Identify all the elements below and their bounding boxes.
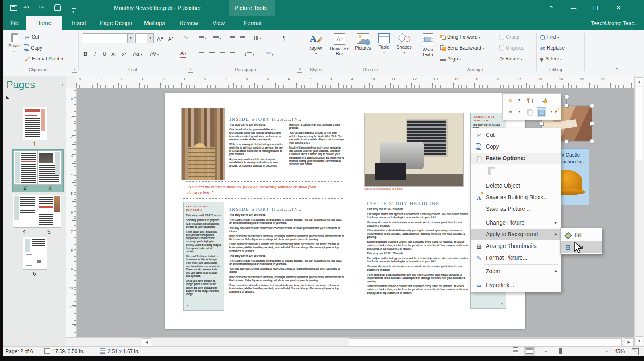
- story-c-headline[interactable]: INSIDE STORY HEADLINE: [367, 201, 440, 206]
- help-button[interactable]: ?: [544, 2, 558, 14]
- tab-review[interactable]: Review: [173, 16, 204, 30]
- align-button[interactable]: Align ▾: [440, 54, 461, 63]
- zoom-out-button[interactable]: −: [544, 347, 547, 356]
- tab-home[interactable]: Home: [26, 16, 62, 30]
- line-spacing-button[interactable]: ↕ ▾: [244, 50, 254, 58]
- bold-button[interactable]: B: [82, 50, 89, 58]
- object-position[interactable]: 17.69, 0.50 in.: [44, 347, 84, 356]
- context-menu-item-arrange-thumbnails[interactable]: ⊞Arrange Thumbnails: [471, 240, 561, 252]
- books-photo[interactable]: [181, 108, 225, 180]
- submenu-item-fill[interactable]: Fill: [561, 229, 602, 241]
- format-painter-brush[interactable]: 🖌: [553, 106, 561, 115]
- vertical-scrollbar[interactable]: ▲ ▼: [634, 76, 644, 346]
- tab-mailings[interactable]: Mailings: [138, 16, 171, 30]
- align-center-button[interactable]: [209, 50, 215, 58]
- single-page-view-button[interactable]: [510, 347, 521, 355]
- zoom-slider-thumb[interactable]: [559, 348, 562, 354]
- paragraph-shading-button[interactable]: ▾: [266, 50, 273, 58]
- touch-mode-button[interactable]: ▾: [54, 3, 63, 13]
- align-left-button[interactable]: [199, 50, 204, 58]
- page-indicator[interactable]: Page: 2 of 6: [6, 347, 33, 356]
- rotation-handle[interactable]: [564, 94, 569, 99]
- handle-left[interactable]: [540, 122, 544, 126]
- undo-button[interactable]: ↶▾: [22, 3, 32, 13]
- context-menu-item-change-picture[interactable]: Change Picture▶: [471, 217, 561, 229]
- tab-view[interactable]: View: [206, 16, 231, 30]
- zoom-slider-track[interactable]: [551, 351, 604, 351]
- font-size-dropdown-icon[interactable]: ▾: [147, 34, 153, 43]
- context-menu-item-zoom[interactable]: Zoom▶: [471, 266, 561, 277]
- mini-bring-forward-button[interactable]: [525, 96, 534, 105]
- shapes-button[interactable]: Shapes▾: [394, 33, 414, 66]
- zoom-percentage[interactable]: 45%: [615, 347, 625, 356]
- vertical-scroll-thumb[interactable]: [636, 87, 643, 160]
- rotate-button[interactable]: ⟳Rotate ▾: [499, 54, 522, 63]
- crop-dropdown[interactable]: ▾: [515, 107, 524, 116]
- account-name[interactable]: TeachUcomp Teac...: [591, 16, 638, 30]
- story-b-headline[interactable]: INSIDE STORY HEADLINE: [229, 207, 302, 212]
- handle-bottom-right[interactable]: [590, 139, 594, 144]
- tab-format[interactable]: Format: [237, 16, 268, 30]
- character-spacing-button[interactable]: AV ▾: [150, 50, 159, 58]
- corrections-button[interactable]: ☀: [506, 96, 515, 105]
- font-color-button[interactable]: A ▾: [180, 50, 186, 58]
- redo-button[interactable]: ↷▾: [37, 3, 47, 13]
- tab-page-design[interactable]: Page Design: [93, 16, 138, 30]
- justify-button[interactable]: [230, 50, 235, 58]
- group-button[interactable]: Group: [499, 33, 519, 41]
- clipboard-dialog-launcher[interactable]: [72, 68, 77, 73]
- corrections-dropdown[interactable]: ▾: [515, 96, 524, 105]
- horizontal-scrollbar[interactable]: ◀ ▶: [66, 337, 634, 347]
- crop-button[interactable]: ⌗: [506, 107, 515, 116]
- numbering-button[interactable]: ▾: [213, 33, 221, 42]
- superscript-button[interactable]: x²: [122, 50, 126, 58]
- horizontal-ruler[interactable]: 43210123456789101112131415161718192021: [76, 76, 634, 88]
- context-menu-item-hyperlink[interactable]: ∞Hyperlink...: [471, 279, 561, 291]
- context-menu-item-delete-object[interactable]: Delete Object: [471, 180, 561, 192]
- draw-text-box-button[interactable]: A≡ Draw Text Box: [329, 33, 350, 66]
- story-a-text[interactable]: This story can fit 150-200 words.One ben…: [229, 123, 345, 179]
- font-size-combo[interactable]: ▾: [135, 33, 154, 43]
- horizontal-scroll-thumb[interactable]: [349, 338, 622, 346]
- bring-forward-button[interactable]: Bring Forward ▾: [440, 33, 481, 41]
- sidebar-story-box[interactable]: INSIDE STORY HEADLINE This story can fit…: [183, 202, 224, 311]
- paste-option-row[interactable]: [471, 164, 561, 178]
- grow-font-button[interactable]: A▲: [157, 33, 164, 42]
- object-size[interactable]: 2.51 x 1.67 in.: [100, 347, 140, 356]
- table-button[interactable]: Table▾: [376, 33, 392, 66]
- context-menu-item-format-picture[interactable]: ✎Format Picture...: [471, 252, 561, 264]
- context-menu-item-save-as-picture[interactable]: Save as Picture...: [471, 203, 561, 215]
- scroll-down-button[interactable]: ▼: [636, 336, 643, 345]
- collapse-ribbon-button[interactable]: ⌃: [615, 67, 619, 72]
- handle-bottom[interactable]: [565, 139, 569, 143]
- story-a-headline[interactable]: INSIDE STORY HEADLINE: [229, 117, 302, 122]
- shrink-font-button[interactable]: A▼: [168, 33, 174, 42]
- two-page-view-button[interactable]: [524, 347, 535, 356]
- subscript-button[interactable]: x₂: [111, 50, 116, 58]
- styles-button[interactable]: A🖌 Styles▾: [307, 33, 325, 66]
- font-name-combo[interactable]: ▾: [83, 33, 134, 43]
- wrap-text-button[interactable]: Wrap Text ▾: [419, 33, 437, 66]
- change-case-button[interactable]: Aa ▾: [133, 50, 142, 58]
- page-thumbnail-2-3-selected[interactable]: 2 3: [12, 149, 64, 192]
- handle-top-right[interactable]: [590, 103, 594, 108]
- save-button[interactable]: [9, 3, 19, 13]
- mini-send-backward-button[interactable]: [540, 96, 549, 105]
- replace-button[interactable]: abReplace: [540, 43, 565, 52]
- vertical-ruler[interactable]: 01234567891011: [66, 88, 77, 337]
- pull-quote[interactable]: “To catch the reader's attention, place …: [187, 184, 322, 196]
- special-characters-button[interactable]: ¶: [283, 33, 286, 42]
- tab-file[interactable]: File: [4, 16, 26, 30]
- customize-qat-button[interactable]: [69, 3, 79, 13]
- scroll-left-button[interactable]: ◀: [142, 338, 151, 346]
- collapse-pages-panel-button[interactable]: ‹: [61, 81, 63, 88]
- context-menu-item-paste-options[interactable]: Paste Options:: [471, 153, 561, 164]
- columns-button[interactable]: ▾: [254, 33, 261, 42]
- zoom-in-button[interactable]: +: [605, 347, 608, 356]
- scroll-up-button[interactable]: ▲: [636, 77, 643, 86]
- context-menu-item-save-as-building-block[interactable]: ASave as Building Block...: [471, 192, 561, 203]
- picture-swap-button[interactable]: [525, 107, 534, 116]
- context-menu-item-copy[interactable]: Copy: [471, 141, 561, 153]
- font-dialog-launcher[interactable]: [188, 68, 193, 73]
- format-painter-button[interactable]: 🖉Format Painter: [25, 54, 64, 63]
